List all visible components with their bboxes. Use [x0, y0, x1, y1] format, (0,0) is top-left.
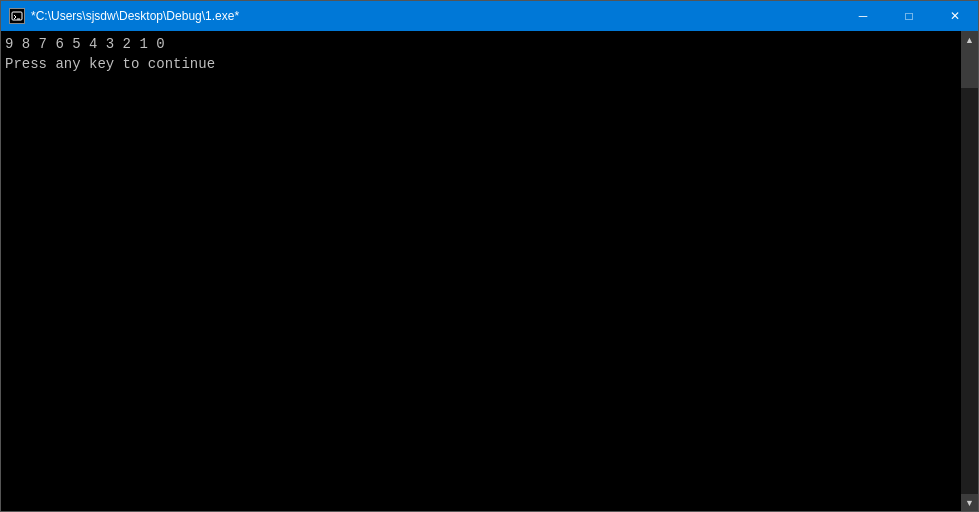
console-icon [9, 8, 25, 24]
scroll-down-button[interactable]: ▼ [961, 494, 978, 511]
scrollbar: ▲ ▼ [961, 31, 978, 511]
console-output: 9 8 7 6 5 4 3 2 1 0 Press any key to con… [1, 31, 961, 511]
console-line-1: 9 8 7 6 5 4 3 2 1 0 [5, 35, 957, 55]
scrollbar-thumb[interactable] [961, 48, 978, 88]
window-content: 9 8 7 6 5 4 3 2 1 0 Press any key to con… [1, 31, 978, 511]
title-bar: *C:\Users\sjsdw\Desktop\Debug\1.exe* ─ □… [1, 1, 978, 31]
scrollbar-track [961, 48, 978, 494]
title-bar-left: *C:\Users\sjsdw\Desktop\Debug\1.exe* [9, 8, 239, 24]
scroll-up-button[interactable]: ▲ [961, 31, 978, 48]
close-button[interactable]: ✕ [932, 1, 978, 31]
window-title: *C:\Users\sjsdw\Desktop\Debug\1.exe* [31, 9, 239, 23]
maximize-button[interactable]: □ [886, 1, 932, 31]
title-bar-controls: ─ □ ✕ [840, 1, 978, 31]
window: *C:\Users\sjsdw\Desktop\Debug\1.exe* ─ □… [0, 0, 979, 512]
console-line-2: Press any key to continue [5, 55, 957, 75]
minimize-button[interactable]: ─ [840, 1, 886, 31]
